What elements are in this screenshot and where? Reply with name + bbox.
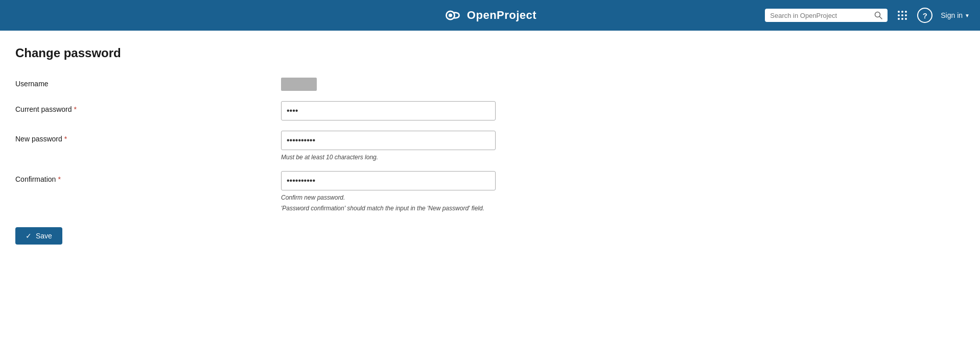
grid-dots-icon [898, 11, 907, 20]
save-label: Save [36, 232, 52, 240]
logo-icon [444, 6, 462, 25]
username-label: Username [15, 76, 281, 88]
chevron-down-icon: ▼ [965, 13, 970, 18]
username-value-placeholder [281, 78, 317, 91]
current-password-field-col [281, 101, 496, 120]
confirmation-hint-line2: 'Password confirmation' should match the… [281, 205, 496, 212]
confirmation-field-col: Confirm new password. 'Password confirma… [281, 171, 496, 212]
save-button[interactable]: ✓ Save [15, 227, 62, 245]
search-input[interactable] [770, 12, 871, 19]
header-center: OpenProject [444, 6, 536, 25]
search-box[interactable] [765, 9, 888, 22]
help-icon: ? [923, 11, 927, 20]
confirmation-input[interactable] [281, 171, 496, 190]
apps-grid-button[interactable] [896, 9, 909, 22]
confirmation-row: Confirmation * Confirm new password. 'Pa… [15, 171, 496, 212]
new-password-input[interactable] [281, 131, 496, 150]
save-row: ✓ Save [15, 222, 496, 245]
checkmark-icon: ✓ [26, 232, 32, 240]
change-password-form: Username Current password * New password… [15, 76, 496, 245]
svg-point-1 [449, 13, 452, 17]
sign-in-button[interactable]: Sign in ▼ [941, 11, 970, 19]
help-button[interactable]: ? [917, 8, 932, 23]
confirmation-label: Confirmation * [15, 171, 281, 183]
new-password-hint: Must be at least 10 characters long. [281, 154, 496, 161]
new-password-field-col: Must be at least 10 characters long. [281, 131, 496, 161]
header-right: ? Sign in ▼ [536, 8, 970, 23]
current-password-row: Current password * [15, 101, 496, 120]
main-content: Change password Username Current passwor… [0, 31, 511, 260]
svg-line-3 [880, 17, 882, 19]
new-password-row: New password * Must be at least 10 chara… [15, 131, 496, 161]
sign-in-label: Sign in [941, 11, 963, 19]
username-field-col [281, 76, 317, 91]
new-password-label: New password * [15, 131, 281, 143]
username-row: Username [15, 76, 496, 91]
current-password-input[interactable] [281, 101, 496, 120]
confirmation-hint-line1: Confirm new password. [281, 194, 496, 201]
current-password-required: * [74, 105, 77, 113]
new-password-required: * [64, 135, 67, 143]
app-title: OpenProject [467, 9, 536, 22]
current-password-label: Current password * [15, 101, 281, 113]
header: OpenProject ? [0, 0, 980, 31]
confirmation-required: * [58, 175, 60, 183]
search-icon [874, 11, 882, 19]
page-title: Change password [15, 46, 496, 60]
